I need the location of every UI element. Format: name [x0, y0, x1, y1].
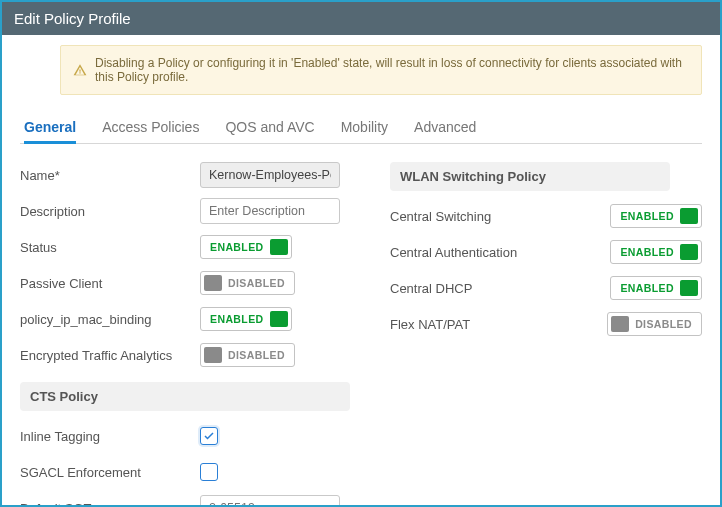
ip-mac-binding-toggle-text: ENABLED [204, 313, 270, 325]
warning-icon [73, 63, 87, 77]
warning-text: Disabling a Policy or configuring it in … [95, 56, 689, 84]
check-icon [203, 430, 215, 442]
edit-policy-window: Edit Policy Profile Disabling a Policy o… [0, 0, 722, 507]
toggle-knob [270, 311, 288, 327]
form-columns: Name* Description Status ENABLED [20, 162, 702, 505]
status-label: Status [20, 240, 200, 255]
central-auth-toggle[interactable]: ENABLED [610, 240, 702, 264]
central-auth-toggle-text: ENABLED [614, 246, 680, 258]
status-toggle-text: ENABLED [204, 241, 270, 253]
central-switching-toggle[interactable]: ENABLED [610, 204, 702, 228]
sgacl-label: SGACL Enforcement [20, 465, 200, 480]
inline-tagging-checkbox[interactable] [200, 427, 218, 445]
passive-client-toggle[interactable]: DISABLED [200, 271, 295, 295]
left-column: Name* Description Status ENABLED [20, 162, 350, 505]
tab-advanced[interactable]: Advanced [414, 113, 476, 143]
central-switching-label: Central Switching [390, 209, 550, 224]
sgacl-checkbox[interactable] [200, 463, 218, 481]
inline-tagging-label: Inline Tagging [20, 429, 200, 444]
wlan-switching-header: WLAN Switching Policy [390, 162, 670, 191]
central-dhcp-toggle-text: ENABLED [614, 282, 680, 294]
tab-general[interactable]: General [24, 113, 76, 143]
default-sgt-label: Default SGT [20, 501, 200, 506]
central-dhcp-toggle[interactable]: ENABLED [610, 276, 702, 300]
central-dhcp-label: Central DHCP [390, 281, 550, 296]
cts-policy-header: CTS Policy [20, 382, 350, 411]
toggle-knob [680, 208, 698, 224]
toggle-knob [680, 280, 698, 296]
eta-label: Encrypted Traffic Analytics [20, 348, 200, 363]
flex-nat-pat-toggle[interactable]: DISABLED [607, 312, 702, 336]
tab-access-policies[interactable]: Access Policies [102, 113, 199, 143]
toggle-knob [204, 347, 222, 363]
toggle-knob [611, 316, 629, 332]
content-area: Disabling a Policy or configuring it in … [2, 35, 720, 505]
central-switching-toggle-text: ENABLED [614, 210, 680, 222]
ip-mac-binding-label: policy_ip_mac_binding [20, 312, 200, 327]
tab-bar: General Access Policies QOS and AVC Mobi… [20, 113, 702, 144]
description-input[interactable] [200, 198, 340, 224]
name-input[interactable] [200, 162, 340, 188]
right-column: WLAN Switching Policy Central Switching … [390, 162, 702, 505]
eta-toggle[interactable]: DISABLED [200, 343, 295, 367]
passive-client-toggle-text: DISABLED [222, 277, 291, 289]
window-title: Edit Policy Profile [2, 2, 720, 35]
toggle-knob [270, 239, 288, 255]
status-toggle[interactable]: ENABLED [200, 235, 292, 259]
tab-qos-avc[interactable]: QOS and AVC [225, 113, 314, 143]
name-label: Name* [20, 168, 200, 183]
tab-mobility[interactable]: Mobility [341, 113, 388, 143]
ip-mac-binding-toggle[interactable]: ENABLED [200, 307, 292, 331]
flex-nat-pat-toggle-text: DISABLED [629, 318, 698, 330]
flex-nat-pat-label: Flex NAT/PAT [390, 317, 550, 332]
eta-toggle-text: DISABLED [222, 349, 291, 361]
warning-banner: Disabling a Policy or configuring it in … [60, 45, 702, 95]
default-sgt-input[interactable] [200, 495, 340, 505]
passive-client-label: Passive Client [20, 276, 200, 291]
central-auth-label: Central Authentication [390, 245, 550, 260]
toggle-knob [680, 244, 698, 260]
description-label: Description [20, 204, 200, 219]
toggle-knob [204, 275, 222, 291]
